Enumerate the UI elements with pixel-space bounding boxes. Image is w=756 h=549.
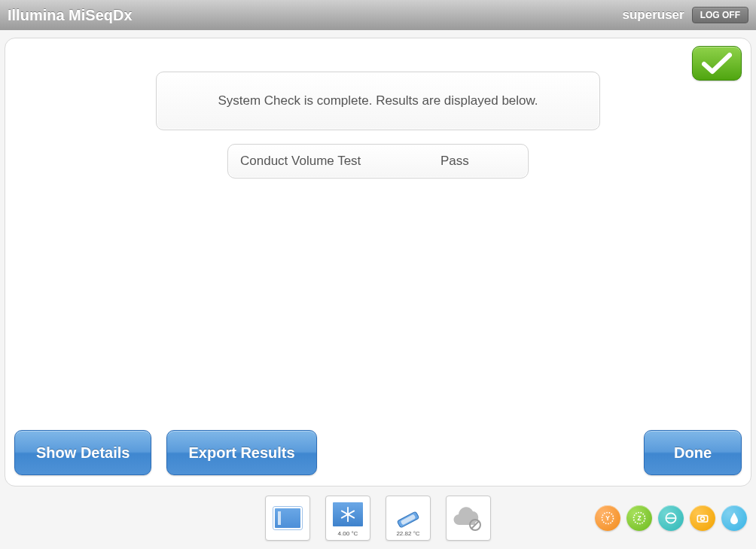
cloud-disabled-icon: [449, 499, 488, 538]
status-pass-badge: [692, 46, 742, 81]
button-row: Show Details Export Results Done: [14, 430, 742, 475]
footer-bar: 4.00 °C 22.82 °C Y: [0, 488, 756, 548]
z-stage-status-icon[interactable]: Z: [626, 505, 652, 531]
flowcell-sensor-tile[interactable]: [265, 496, 310, 541]
camera-status-icon[interactable]: [690, 505, 715, 531]
optics-status-icon[interactable]: [658, 505, 684, 531]
current-user: superuser: [622, 8, 684, 23]
flowcell-temp-icon: [389, 499, 428, 530]
done-button[interactable]: Done: [644, 430, 742, 475]
log-off-button[interactable]: LOG OFF: [692, 7, 748, 23]
show-details-button[interactable]: Show Details: [14, 430, 151, 475]
export-results-button[interactable]: Export Results: [166, 430, 316, 475]
result-status: Pass: [440, 154, 516, 169]
status-icons: Y Z: [595, 505, 747, 531]
y-stage-status-icon[interactable]: Y: [595, 505, 620, 531]
flowcell-icon: [273, 507, 302, 529]
sensor-tiles: 4.00 °C 22.82 °C: [265, 496, 491, 541]
title-bar: Illumina MiSeqDx superuser LOG OFF: [0, 0, 756, 30]
system-check-message: System Check is complete. Results are di…: [156, 72, 600, 130]
svg-text:Z: Z: [637, 514, 641, 522]
svg-point-12: [701, 517, 705, 520]
result-name: Conduct Volume Test: [240, 154, 440, 169]
cloud-sensor-tile[interactable]: [446, 496, 491, 541]
chiller-sensor-tile[interactable]: 4.00 °C: [325, 496, 370, 541]
flowcell-temp-sensor-label: 22.82 °C: [396, 530, 419, 538]
chiller-sensor-label: 4.00 °C: [338, 530, 358, 538]
fluidics-status-icon[interactable]: [721, 505, 747, 531]
flowcell-temp-sensor-tile[interactable]: 22.82 °C: [386, 496, 431, 541]
svg-text:Y: Y: [605, 514, 610, 522]
main-panel: System Check is complete. Results are di…: [5, 38, 751, 486]
result-row: Conduct Volume Test Pass: [227, 144, 529, 178]
snowflake-icon: [331, 501, 364, 528]
app-title: Illumina MiSeqDx: [8, 7, 133, 24]
checkmark-icon: [702, 51, 732, 75]
